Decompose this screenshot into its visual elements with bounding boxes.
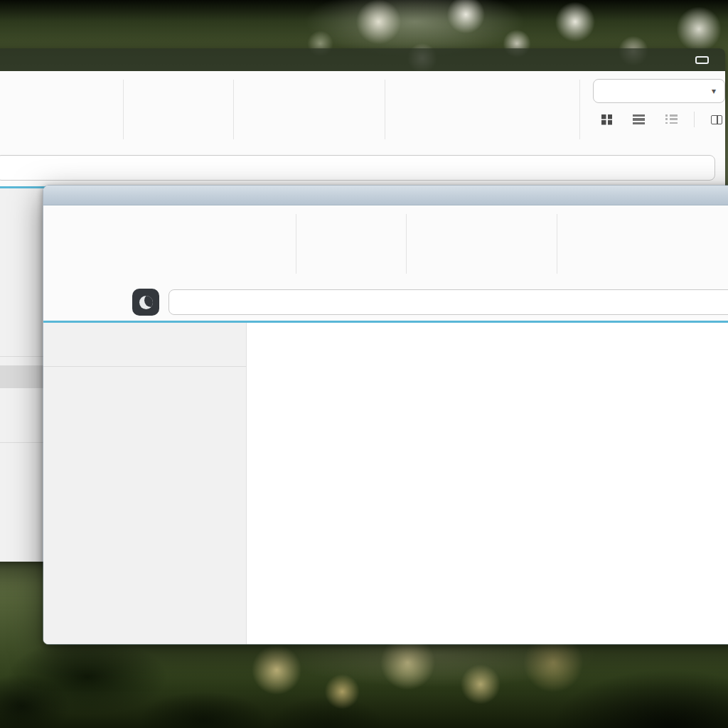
- new-folder-button[interactable]: [413, 210, 461, 278]
- moon-icon: [139, 296, 153, 309]
- monitor-download-icon: [187, 109, 218, 140]
- paste-button[interactable]: [151, 210, 200, 278]
- new-file-button[interactable]: [469, 218, 548, 231]
- cloud-upload-icon: [139, 109, 170, 140]
- copy-icon: [112, 243, 143, 274]
- create-actions-group: [289, 75, 378, 144]
- delete-button[interactable]: [648, 210, 696, 278]
- open-with-icon: [34, 84, 47, 97]
- hamburger-menu-icon[interactable]: [109, 295, 123, 309]
- download-button[interactable]: [178, 75, 227, 144]
- red-x-icon: [485, 109, 516, 140]
- front-breadcrumb[interactable]: [168, 289, 728, 315]
- desktop: ▾: [0, 0, 728, 728]
- new-file-icon: [296, 84, 309, 97]
- toolbar-separator: [123, 80, 124, 139]
- front-window-toolbar: [43, 205, 728, 284]
- file-area: [247, 323, 728, 644]
- new-file-button[interactable]: [296, 84, 375, 97]
- toolbar-separator: [385, 80, 385, 139]
- scissors-icon: [207, 237, 220, 250]
- cloud-upload-icon: [311, 243, 343, 274]
- home-icon: [571, 237, 584, 250]
- unzip-tray-icon: [469, 255, 481, 268]
- open-with-icon: [207, 218, 220, 231]
- folder-plus-icon: [422, 243, 453, 274]
- ibeam-icon: [34, 121, 47, 134]
- red-x-icon: [656, 243, 687, 274]
- toolbar-separator: [406, 214, 407, 274]
- refresh-button[interactable]: [571, 218, 645, 231]
- toolbar-separator: [296, 214, 296, 274]
- home-button[interactable]: [399, 102, 473, 115]
- open-with-button[interactable]: [34, 84, 114, 97]
- unzip-here-button[interactable]: [469, 255, 548, 268]
- upload-button[interactable]: [130, 75, 178, 144]
- create-zip-button[interactable]: [296, 102, 375, 115]
- upload-button[interactable]: [303, 210, 351, 278]
- back-breadcrumb[interactable]: [0, 155, 715, 181]
- share-button[interactable]: [696, 210, 728, 278]
- view-actions-group: [392, 75, 476, 144]
- new-folder-button[interactable]: [240, 75, 289, 144]
- new-file-icon: [469, 218, 481, 231]
- toolbar-separator: [233, 80, 234, 139]
- rename-button[interactable]: [207, 255, 287, 268]
- unzip-tray-icon: [296, 121, 309, 134]
- cut-button[interactable]: [207, 237, 287, 250]
- back-window-titlebar[interactable]: [0, 48, 725, 71]
- share-icon: [705, 243, 728, 274]
- status-bar: [43, 366, 246, 379]
- home-button[interactable]: [571, 237, 645, 250]
- scissors-icon: [34, 102, 47, 115]
- front-window-titlebar[interactable]: [43, 186, 728, 205]
- create-zip-button[interactable]: [469, 237, 548, 250]
- detail-list-view-icon[interactable]: [665, 114, 678, 124]
- zip-box-icon: [469, 237, 481, 250]
- caret-down-icon: ▾: [712, 86, 716, 96]
- front-sidebar: [43, 323, 247, 644]
- grid-view-icon[interactable]: [601, 114, 612, 125]
- create-actions-group: [461, 210, 551, 278]
- sort-dropdown[interactable]: ▾: [593, 79, 725, 103]
- paste-button[interactable]: [0, 75, 27, 144]
- columns-view-icon[interactable]: [711, 115, 722, 124]
- monitor-download-icon: [360, 243, 391, 274]
- zip-box-icon: [296, 102, 309, 115]
- toolbar-separator: [557, 214, 557, 274]
- download-button[interactable]: [351, 210, 400, 278]
- list-view-icon[interactable]: [633, 114, 645, 124]
- folder-plus-icon: [249, 109, 280, 140]
- view-mode-row: [593, 112, 725, 127]
- back-arrow-icon[interactable]: [62, 295, 76, 309]
- view-actions-group: [564, 210, 648, 278]
- refresh-button[interactable]: [399, 84, 473, 97]
- paste-icon: [160, 243, 191, 274]
- file-info-button[interactable]: [399, 121, 473, 134]
- dark-mode-toggle[interactable]: [132, 289, 159, 316]
- view-mode-separator: [694, 112, 695, 127]
- file-info-button[interactable]: [571, 255, 645, 268]
- ibeam-icon: [207, 255, 220, 268]
- unzip-here-button[interactable]: [296, 121, 375, 134]
- refresh-icon: [399, 84, 412, 97]
- open-with-button[interactable]: [207, 218, 287, 231]
- info-icon: [571, 255, 584, 268]
- sort-view-block: ▾: [593, 75, 725, 144]
- cut-button[interactable]: [34, 102, 114, 115]
- up-arrow-icon[interactable]: [85, 295, 100, 309]
- home-icon: [399, 102, 412, 115]
- minimize-button[interactable]: [692, 53, 711, 66]
- share-button[interactable]: [525, 75, 573, 144]
- delete-button[interactable]: [476, 75, 525, 144]
- back-window-toolbar: ▾: [0, 71, 725, 149]
- paste-icon: [0, 109, 18, 140]
- back-window-navbar: [0, 149, 725, 186]
- minimize-icon: [695, 56, 709, 64]
- toolbar-separator: [579, 80, 580, 139]
- open-button[interactable]: [55, 210, 103, 278]
- copy-button[interactable]: [103, 210, 151, 278]
- rename-button[interactable]: [34, 121, 114, 134]
- blue-folder-icon: [63, 188, 77, 203]
- refresh-icon: [571, 218, 584, 231]
